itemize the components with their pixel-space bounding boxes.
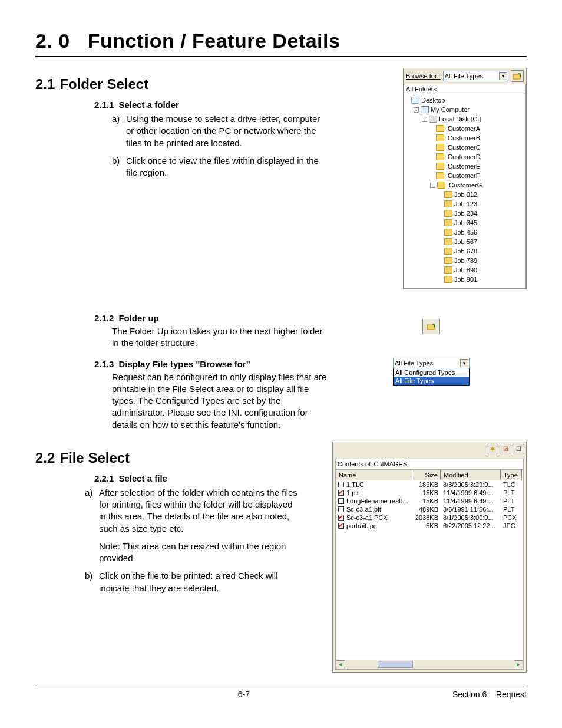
tree-node[interactable]: -!CustomerG [405,180,524,190]
tree-node[interactable]: !CustomerC [405,143,524,152]
page-footer: 6-7 Section 6 Request [35,687,527,699]
checkbox-icon[interactable] [338,515,344,521]
tree-node-label: !CustomerE [446,163,480,170]
tree-toggle-icon[interactable]: - [430,183,435,188]
file-modified: 8/3/2005 3:29:0... [441,480,501,489]
select-all-button[interactable]: ☑ [500,444,511,454]
tree-node[interactable]: !CustomerE [405,162,524,171]
tree-toggle-icon[interactable]: - [422,117,427,122]
checkbox-icon[interactable] [338,523,344,529]
tree-toggle-icon[interactable]: - [414,107,419,113]
tree-node[interactable]: Job 123 [405,199,524,209]
folder-icon [444,229,452,236]
folder-icon [436,125,444,132]
scroll-thumb[interactable] [378,661,413,668]
file-modified: 11/4/1999 6:49:... [441,489,501,497]
tree-node-label: Job 678 [454,248,477,255]
body-text: Using the mouse to select a drive letter… [126,113,330,149]
square-icon: ☐ [516,446,521,452]
tree-node-label: !CustomerB [446,134,480,141]
file-row[interactable]: Sc-c3-a1.plt489KB3/6/1991 11:56:...PLT [336,505,523,513]
pc-icon [421,106,429,113]
file-types-dropdown[interactable]: All File Types ▼ [393,358,470,368]
list-item: a) After selection of the folder which c… [85,487,300,535]
page-number: 6-7 [238,690,250,699]
folder-icon [444,210,452,217]
file-type: PLT [501,505,522,513]
note-text: Note: This area can be resized within th… [99,541,300,565]
horizontal-scrollbar[interactable]: ◄ ► [336,660,523,669]
tree-node-label: My Computer [431,106,470,113]
file-name: LongFilename-reallylo... [346,498,412,505]
file-size: 15KB [412,497,441,505]
folder-up-button[interactable] [511,70,524,82]
file-row[interactable]: LongFilename-reallylo...15KB11/4/1999 6:… [336,497,523,505]
col-size[interactable]: Size [412,470,441,480]
tree-node[interactable]: Job 345 [405,218,524,228]
tree-node-label: !CustomerD [446,153,481,160]
new-folder-button[interactable]: ✱ [487,444,498,454]
dropdown-option[interactable]: All Configured Types [394,368,469,377]
file-type: TLC [501,480,522,489]
folder-icon [444,257,452,264]
tree-node[interactable]: Desktop [405,95,524,105]
scroll-right-button[interactable]: ► [514,660,523,668]
dropdown-option[interactable]: All File Types [394,377,469,385]
tree-node[interactable]: !CustomerD [405,152,524,162]
heading-2-1-3: 2.1.3Display File types "Browse for" [94,359,330,369]
folder-icon [444,266,452,274]
col-modified[interactable]: Modified [441,470,501,480]
tree-node[interactable]: !CustomerA [405,124,524,133]
tree-node[interactable]: Job 901 [405,275,524,284]
folder-up-icon [427,323,436,330]
tree-node[interactable]: Job 456 [405,228,524,237]
file-types-dropdown-open: All File Types ▼ All Configured TypesAll… [393,358,470,386]
tree-node[interactable]: Job 678 [405,246,524,256]
tree-node-label: Job 456 [454,229,477,236]
dropdown-value: All File Types [395,360,433,367]
heading-2-1-2: 2.1.2Folder up [94,313,330,323]
file-row[interactable]: 1.plt15KB11/4/1999 6:49:...PLT [336,489,523,497]
tree-node[interactable]: Job 234 [405,209,524,218]
tree-node[interactable]: Job 012 [405,190,524,199]
svg-rect-0 [513,74,520,79]
deselect-all-button[interactable]: ☐ [513,444,524,454]
file-row[interactable]: 1.TLC186KB8/3/2005 3:29:0...TLC [336,480,523,489]
folder-icon [444,248,452,255]
col-type[interactable]: Type [501,470,522,480]
list-item: b) Click once to view the files within d… [112,155,330,179]
col-name[interactable]: Name [336,470,412,480]
file-row[interactable]: Sc-c3-a1.PCX2038KB8/1/2005 3:00:0...PCX [336,513,523,522]
tree-node[interactable]: !CustomerF [405,171,524,180]
tree-node[interactable]: Job 567 [405,237,524,246]
body-text: Click on the file to be printed: a red C… [99,570,300,594]
tree-node[interactable]: Job 890 [405,265,524,275]
tree-node-label: Job 012 [454,191,477,198]
folder-icon [436,134,444,141]
folder-tree[interactable]: Desktop-My Computer-Local Disk (C:)!Cust… [404,94,526,289]
file-modified: 3/6/1991 11:56:... [441,505,501,513]
tree-node-label: Job 901 [454,276,477,283]
checkbox-icon[interactable] [338,506,344,512]
desktop-icon [411,97,419,104]
heading-2-2-1: 2.2.1Select a file [94,473,300,483]
checkbox-icon[interactable] [338,498,344,504]
list-item: b) Click on the file to be printed: a re… [85,570,300,594]
browse-for-dropdown[interactable]: All File Types ▼ [443,71,508,81]
checkbox-icon[interactable] [338,490,344,496]
folder-up-button-large[interactable] [422,319,440,334]
tree-node[interactable]: -My Computer [405,105,524,114]
folder-icon [444,191,452,198]
tree-node[interactable]: !CustomerB [405,133,524,143]
checkbox-icon[interactable] [338,482,344,487]
body-text: After selection of the folder which cont… [99,487,300,535]
scroll-left-button[interactable]: ◄ [336,660,345,668]
file-row[interactable]: portrait.jpg5KB6/22/2005 12:22...JPG [336,522,523,530]
file-list-widget: ✱ ☑ ☐ Contents of 'C:\IMAGES' Name Size … [332,442,527,673]
tree-node-label: Job 234 [454,210,477,217]
chapter-number: 2. 0 [35,29,70,52]
file-name: Sc-c3-a1.PCX [346,514,388,521]
footer-section: Section 6 [452,690,487,699]
tree-node[interactable]: -Local Disk (C:) [405,114,524,124]
tree-node[interactable]: Job 789 [405,256,524,265]
